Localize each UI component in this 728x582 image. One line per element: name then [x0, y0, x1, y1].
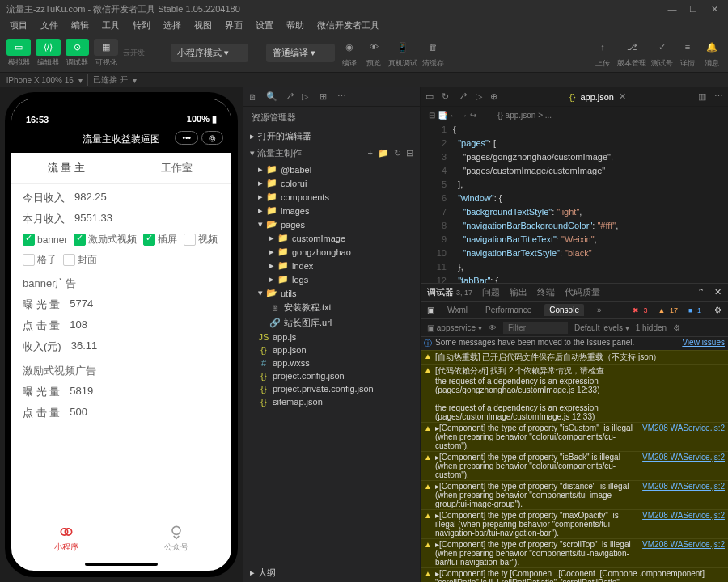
tab-quality[interactable]: 代码质量: [565, 286, 600, 298]
file-appwxss[interactable]: #app.wxss: [243, 356, 420, 369]
code-editor[interactable]: 123456789101112131415 { "pages": [ "page…: [421, 123, 728, 283]
view-issues-link[interactable]: View issues: [682, 338, 725, 349]
minimize-icon[interactable]: —: [665, 4, 679, 15]
folder-gongzhonghao[interactable]: ▸ 📁gongzhonghao: [243, 245, 420, 259]
detail-icon[interactable]: ≡: [678, 37, 697, 57]
ed-icon-5[interactable]: ⊕: [490, 91, 497, 102]
file-projectconfig[interactable]: {}project.config.json: [243, 369, 420, 382]
folder-images[interactable]: ▸ 📁images: [243, 204, 420, 217]
debug-icon[interactable]: ▷: [302, 91, 313, 102]
check-cover[interactable]: 封面: [63, 253, 97, 267]
menu-view[interactable]: 视图: [188, 18, 218, 34]
test-icon[interactable]: ✓: [653, 37, 672, 57]
mode-select[interactable]: 小程序模式 ▾: [171, 44, 248, 62]
subtab-console[interactable]: Console: [544, 304, 584, 316]
capsule-close-icon[interactable]: ◎: [201, 131, 223, 145]
breadcrumb-text[interactable]: app.json > ...: [506, 111, 552, 120]
new-folder-icon[interactable]: 📁: [378, 148, 389, 158]
menu-settings[interactable]: 设置: [249, 18, 280, 34]
folder-index[interactable]: ▸ 📁index: [243, 259, 420, 272]
new-file-icon[interactable]: +: [368, 148, 373, 158]
check-vid[interactable]: 视频: [184, 233, 218, 247]
branch-icon[interactable]: ⎇: [284, 91, 295, 102]
folder-babel[interactable]: ▸ 📁@babel: [243, 162, 420, 176]
simulator-button[interactable]: ▭: [6, 39, 31, 56]
levels-select[interactable]: Default levels ▾: [574, 323, 629, 332]
tab-terminal[interactable]: 终端: [537, 286, 555, 298]
file-url[interactable]: 🔗站长图库.url: [243, 315, 420, 331]
tab-output[interactable]: 输出: [510, 286, 527, 298]
folder-utils[interactable]: ▾ 📂utils: [243, 286, 420, 300]
ed-split-icon[interactable]: ▥: [698, 91, 706, 102]
search-icon[interactable]: 🔍: [266, 91, 277, 102]
subtab-more[interactable]: »: [592, 304, 607, 316]
menu-select[interactable]: 选择: [157, 18, 188, 34]
folder-components[interactable]: ▸ 📁components: [243, 190, 420, 204]
eye-icon[interactable]: 👁: [489, 323, 497, 332]
open-editors[interactable]: ▸ 打开的编辑器: [243, 129, 420, 144]
subtab-wxml[interactable]: Wxml: [442, 304, 472, 316]
phone-tab-studio[interactable]: 工作室: [121, 153, 231, 183]
realdevice-icon[interactable]: 📱: [393, 37, 413, 57]
menu-edit[interactable]: 编辑: [65, 18, 95, 34]
tabbar-miniapp[interactable]: 小程序: [11, 517, 121, 559]
folder-colorui[interactable]: ▸ 📁colorui: [243, 176, 420, 190]
file-install[interactable]: 🗎安装教程.txt: [243, 300, 420, 315]
tab-problems[interactable]: 问题: [482, 286, 500, 298]
console-expand-icon[interactable]: ⌃: [697, 287, 705, 297]
maximize-icon[interactable]: ☐: [686, 4, 700, 15]
upload-icon[interactable]: ↑: [593, 37, 612, 57]
subtab-perf[interactable]: Performance: [480, 304, 536, 316]
ed-more-icon[interactable]: ⋯: [714, 91, 723, 102]
phone-tab-owner[interactable]: 流 量 主: [11, 153, 121, 183]
file-sitemap[interactable]: {}sitemap.json: [243, 395, 420, 408]
folder-logs[interactable]: ▸ 📁logs: [243, 272, 420, 286]
close-icon[interactable]: ✕: [707, 4, 722, 15]
more-icon[interactable]: ⋯: [337, 91, 349, 102]
check-banner[interactable]: banner: [23, 233, 67, 247]
clear-icon[interactable]: 🗑: [424, 37, 443, 57]
ed-icon-2[interactable]: ↻: [442, 91, 449, 102]
gear-icon[interactable]: ⚙: [714, 306, 722, 314]
file-appjson[interactable]: {}app.json: [243, 344, 420, 356]
gear2-icon[interactable]: ⚙: [673, 323, 680, 332]
menu-ui[interactable]: 界面: [218, 18, 249, 34]
breadcrumb-nav[interactable]: ⊟ 📑 ← → ↪: [429, 111, 476, 120]
close-tab-icon[interactable]: ✕: [619, 91, 626, 102]
menu-help[interactable]: 帮助: [280, 18, 311, 34]
visual-button[interactable]: ▦: [94, 39, 118, 56]
folder-pages[interactable]: ▾ 📂pages: [243, 217, 420, 231]
debugger-button[interactable]: ⊙: [66, 39, 89, 56]
menu-tools[interactable]: 工具: [95, 18, 126, 34]
preview-icon[interactable]: 👁: [364, 37, 383, 57]
file-tab-icon[interactable]: 🗎: [248, 92, 260, 102]
ed-icon-4[interactable]: ▷: [476, 91, 482, 102]
tab-debugger[interactable]: 调试器 3, 17: [427, 286, 472, 298]
compile-icon[interactable]: ◉: [340, 37, 359, 57]
file-appjs[interactable]: JSapp.js: [243, 331, 420, 344]
menu-file[interactable]: 文件: [34, 18, 65, 34]
console-close-icon[interactable]: ✕: [714, 287, 722, 297]
ed-icon-1[interactable]: ▭: [425, 91, 434, 102]
msg-icon[interactable]: 🔔: [702, 37, 722, 57]
tabbar-official[interactable]: 公众号: [121, 517, 231, 559]
device-info[interactable]: iPhone X 100% 16: [6, 76, 74, 85]
editor-tab[interactable]: {}app.json✕: [561, 91, 634, 102]
check-inter[interactable]: 插屏: [143, 233, 177, 247]
refresh-icon[interactable]: ↻: [394, 148, 401, 158]
tree-root[interactable]: ▾ 流量主制作: [250, 147, 302, 159]
folder-customimage[interactable]: ▸ 📁customImage: [243, 231, 420, 245]
editor-button[interactable]: ⟨/⟩: [36, 39, 61, 56]
file-projectprivate[interactable]: {}project.private.config.json: [243, 382, 420, 395]
check-video[interactable]: 激励式视频: [74, 233, 137, 247]
ext-icon[interactable]: ⊞: [320, 91, 331, 102]
capsule-more-icon[interactable]: •••: [175, 131, 198, 145]
filter-input[interactable]: [503, 322, 568, 334]
compile-select[interactable]: 普通编译 ▾: [266, 44, 335, 62]
collapse-icon[interactable]: ⊟: [406, 148, 413, 158]
version-icon[interactable]: ⎇: [622, 37, 641, 57]
context-select[interactable]: ▣ appservice ▾: [427, 323, 482, 332]
ed-icon-3[interactable]: ⎇: [457, 91, 468, 102]
menu-goto[interactable]: 转到: [126, 18, 157, 34]
outline[interactable]: ▸ 大纲: [243, 563, 420, 582]
